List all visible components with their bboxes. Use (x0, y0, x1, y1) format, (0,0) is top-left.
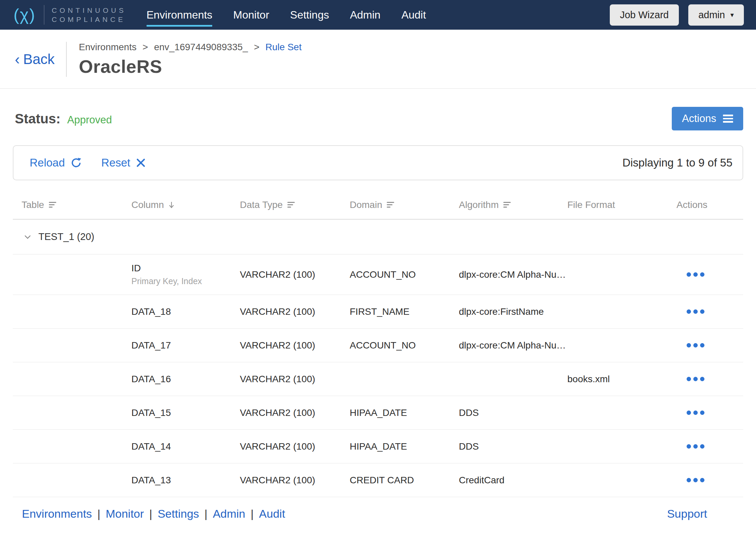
breadcrumb-link-rule-set[interactable]: Rule Set (265, 42, 302, 52)
column-header-file-format: File Format (567, 200, 676, 210)
reload-button[interactable]: Reload (30, 156, 82, 169)
table-row: DATA_17 VARCHAR2 (100) ACCOUNT_NO dlpx-c… (13, 329, 743, 362)
sort-lines-icon (387, 202, 394, 208)
ellipsis-icon (687, 272, 691, 277)
reset-label: Reset (101, 156, 130, 169)
column-header-table[interactable]: Table (13, 200, 131, 210)
ellipsis-icon (687, 478, 691, 482)
footer-link-admin[interactable]: Admin (213, 507, 245, 520)
footer-link-environments[interactable]: Environments (22, 507, 92, 520)
table-row: DATA_14 VARCHAR2 (100) HIPAA_DATE DDS (13, 430, 743, 463)
column-header-domain[interactable]: Domain (350, 200, 459, 210)
sort-lines-icon (49, 202, 56, 208)
caret-down-icon: ▾ (730, 11, 734, 19)
cell-data-type: VARCHAR2 (100) (240, 306, 350, 317)
actions-button-label: Actions (682, 113, 716, 125)
nav-item-settings[interactable]: Settings (290, 9, 329, 21)
row-actions-button[interactable] (676, 411, 704, 415)
cell-algorithm: CreditCard (459, 475, 567, 486)
ellipsis-icon (687, 309, 691, 314)
breadcrumb-env-name: env_1697449089335_ (154, 42, 248, 52)
cell-data-type: VARCHAR2 (100) (240, 407, 350, 418)
cell-data-type: VARCHAR2 (100) (240, 340, 350, 351)
row-actions-button[interactable] (676, 478, 704, 482)
delphix-logo-icon: (χ) (13, 6, 36, 23)
cell-column: DATA_14 (131, 441, 240, 452)
footer-separator: | (149, 507, 152, 520)
status-block: Status: Approved (15, 111, 112, 126)
row-actions-button[interactable] (676, 444, 704, 449)
cell-column: DATA_17 (131, 340, 240, 351)
cell-column: DATA_16 (131, 374, 240, 385)
job-wizard-label: Job Wizard (620, 9, 669, 21)
table-group-row: TEST_1 (20) (13, 219, 743, 254)
actions-button[interactable]: Actions (672, 107, 743, 130)
job-wizard-button[interactable]: Job Wizard (610, 4, 679, 26)
refresh-icon (70, 157, 82, 169)
footer-separator: | (251, 507, 254, 520)
cell-algorithm: DDS (459, 441, 567, 452)
nav-item-admin[interactable]: Admin (350, 9, 381, 21)
nav-item-monitor[interactable]: Monitor (233, 9, 269, 21)
user-menu-button[interactable]: admin ▾ (688, 4, 744, 26)
collapse-group-button[interactable] (24, 235, 31, 239)
sort-lines-icon (287, 202, 295, 208)
rule-set-table: Table Column Data Type Domain Algorithm … (13, 190, 743, 497)
product-wordmark: CONTINUOUS COMPLIANCE (52, 6, 126, 24)
column-header-data-type[interactable]: Data Type (240, 200, 350, 210)
page-header: ‹ Back Environments > env_1697449089335_… (0, 30, 756, 89)
footer-link-settings[interactable]: Settings (158, 507, 199, 520)
reset-button[interactable]: Reset (101, 156, 146, 169)
page-footer: Environments | Monitor | Settings | Admi… (0, 497, 756, 520)
breadcrumb: Environments > env_1697449089335_ > Rule… (79, 42, 302, 53)
cell-column: DATA_13 (131, 475, 240, 486)
row-actions-button[interactable] (676, 309, 704, 314)
cell-column-note: Primary Key, Index (131, 276, 240, 286)
cell-domain: ACCOUNT_NO (350, 340, 459, 351)
chevron-down-icon (24, 235, 31, 239)
breadcrumb-environments: Environments (79, 42, 136, 52)
cell-data-type: VARCHAR2 (100) (240, 269, 350, 280)
back-link[interactable]: ‹ Back (15, 51, 55, 67)
table-row: DATA_13 VARCHAR2 (100) CREDIT CARD Credi… (13, 463, 743, 497)
close-icon (136, 158, 146, 168)
group-label: TEST_1 (20) (38, 231, 94, 242)
nav-item-audit[interactable]: Audit (401, 9, 426, 21)
row-actions-button[interactable] (676, 377, 704, 381)
cell-algorithm: dlpx-core:CM Alpha-Nu… (459, 269, 567, 280)
status-row: Status: Approved Actions (15, 107, 743, 130)
breadcrumb-separator: > (254, 42, 259, 52)
table-header-row: Table Column Data Type Domain Algorithm … (13, 190, 743, 219)
nav-item-environments[interactable]: Environments (147, 9, 213, 21)
reload-label: Reload (30, 156, 65, 169)
column-header-actions: Actions (676, 200, 743, 210)
displaying-count: Displaying 1 to 9 of 55 (622, 156, 732, 169)
cell-domain: ACCOUNT_NO (350, 269, 459, 280)
cell-domain: CREDIT CARD (350, 475, 459, 486)
footer-links: Environments | Monitor | Settings | Admi… (22, 507, 285, 520)
table-toolbar: Reload Reset Displaying 1 to 9 of 55 (13, 145, 743, 180)
support-link[interactable]: Support (667, 507, 707, 520)
row-actions-button[interactable] (676, 343, 704, 347)
footer-link-monitor[interactable]: Monitor (106, 507, 144, 520)
cell-algorithm: DDS (459, 407, 567, 418)
ellipsis-icon (687, 343, 691, 347)
ellipsis-icon (687, 444, 691, 449)
navbar-right: Job Wizard admin ▾ (610, 4, 744, 26)
table-row: DATA_16 VARCHAR2 (100) books.xml (13, 362, 743, 396)
cell-data-type: VARCHAR2 (100) (240, 374, 350, 385)
table-row: ID Primary Key, Index VARCHAR2 (100) ACC… (13, 254, 743, 295)
breadcrumb-separator: > (143, 42, 148, 52)
header-divider (66, 42, 67, 77)
cell-algorithm: dlpx-core:CM Alpha-Nu… (459, 340, 567, 351)
column-header-algorithm[interactable]: Algorithm (459, 200, 567, 210)
column-header-column[interactable]: Column (131, 200, 240, 210)
ellipsis-icon (687, 411, 691, 415)
hamburger-icon (723, 115, 733, 123)
cell-file-format: books.xml (567, 374, 676, 385)
cell-column: DATA_18 (131, 306, 240, 317)
user-name: admin (698, 9, 725, 21)
row-actions-button[interactable] (676, 272, 704, 277)
main-nav: Environments Monitor Settings Admin Audi… (147, 9, 426, 21)
footer-link-audit[interactable]: Audit (259, 507, 285, 520)
